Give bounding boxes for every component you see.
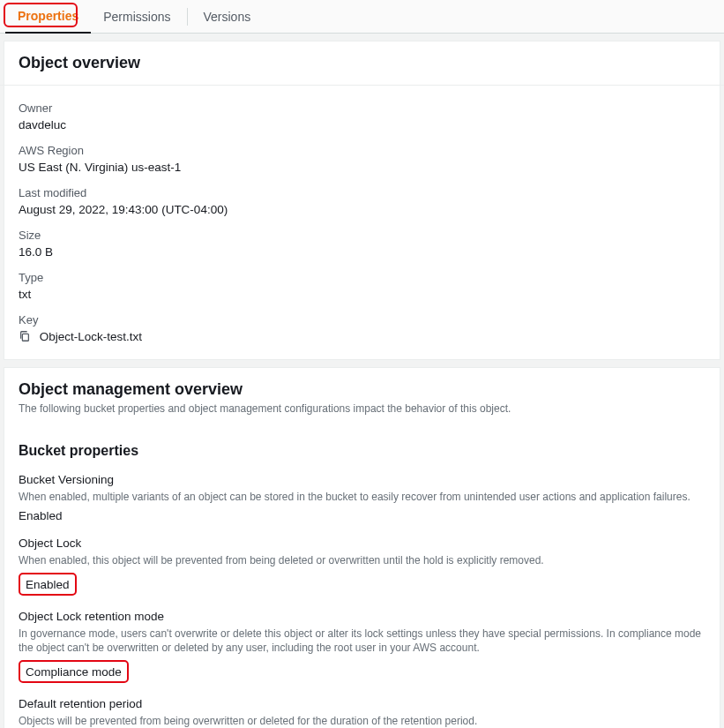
bucket-versioning-value: Enabled — [19, 509, 705, 522]
object-lock-value: Enabled — [26, 578, 70, 591]
retention-mode-value: Compliance mode — [26, 665, 122, 679]
owner-value: davdeluc — [19, 118, 705, 131]
object-lock-desc: When enabled, this object will be preven… — [19, 553, 705, 567]
annotation-highlight-object-lock-value: Enabled — [19, 573, 77, 596]
object-management-title: Object management overview — [19, 380, 705, 399]
bucket-properties-title: Bucket properties — [19, 443, 705, 459]
type-value: txt — [19, 288, 705, 301]
bucket-versioning-desc: When enabled, multiple variants of an ob… — [19, 490, 705, 504]
type-label: Type — [19, 271, 705, 284]
tab-separator — [187, 8, 188, 26]
retention-period-desc: Objects will be prevented from being ove… — [19, 714, 705, 728]
object-lock-title: Object Lock — [19, 537, 705, 550]
key-value: Object-Lock-test.txt — [40, 330, 142, 343]
tab-properties[interactable]: Properties — [5, 0, 91, 34]
object-overview-panel: Object overview Owner davdeluc AWS Regio… — [4, 41, 720, 360]
last-modified-label: Last modified — [19, 186, 705, 199]
key-label: Key — [19, 313, 705, 326]
svg-rect-0 — [22, 334, 28, 341]
key-value-row: Object-Lock-test.txt — [19, 330, 705, 345]
size-label: Size — [19, 229, 705, 242]
annotation-highlight-retention-mode-value: Compliance mode — [19, 660, 129, 683]
last-modified-value: August 29, 2022, 19:43:00 (UTC-04:00) — [19, 203, 705, 216]
region-label: AWS Region — [19, 144, 705, 157]
object-management-subtitle: The following bucket properties and obje… — [19, 402, 705, 417]
retention-mode-title: Object Lock retention mode — [19, 610, 705, 623]
tab-versions[interactable]: Versions — [191, 1, 264, 33]
tab-permissions[interactable]: Permissions — [91, 1, 183, 33]
copy-icon[interactable] — [19, 332, 34, 345]
owner-label: Owner — [19, 101, 705, 115]
retention-period-title: Default retention period — [19, 697, 705, 710]
bucket-versioning-title: Bucket Versioning — [19, 473, 705, 486]
object-management-panel: Object management overview The following… — [4, 367, 720, 728]
size-value: 16.0 B — [19, 245, 705, 259]
tabs-bar: Properties Permissions Versions — [0, 0, 724, 34]
region-value: US East (N. Virginia) us-east-1 — [19, 161, 705, 174]
object-overview-title: Object overview — [19, 54, 705, 72]
retention-mode-desc: In governance mode, users can't overwrit… — [19, 627, 705, 655]
